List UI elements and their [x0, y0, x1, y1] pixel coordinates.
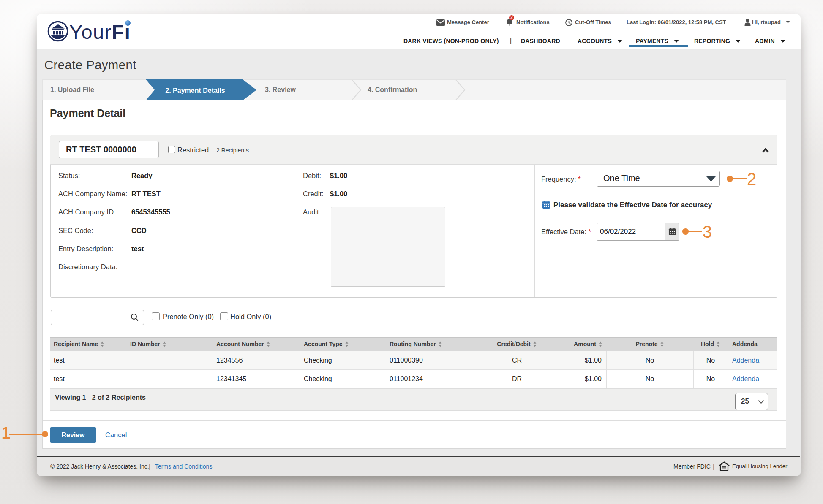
svg-text:2. Payment Details: 2. Payment Details — [165, 87, 225, 94]
